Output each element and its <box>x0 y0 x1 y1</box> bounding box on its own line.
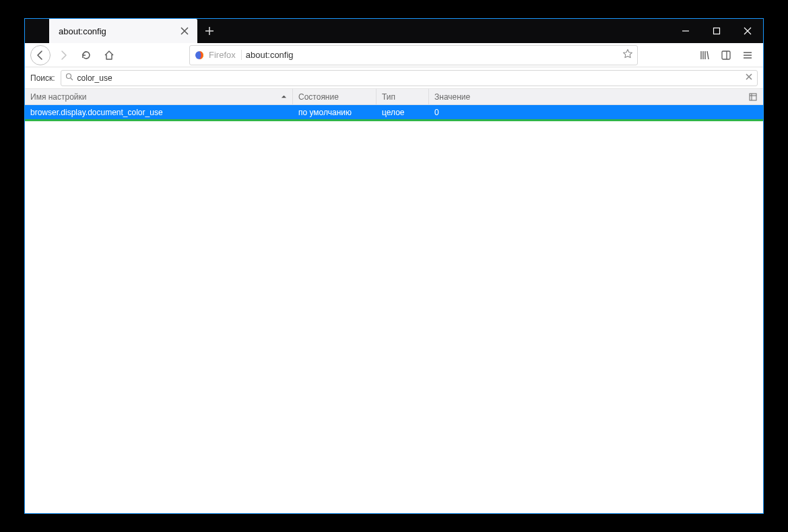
column-picker-icon[interactable] <box>747 89 759 104</box>
library-icon[interactable] <box>694 45 715 65</box>
search-row: Поиск: color_use <box>25 67 763 89</box>
cell-state: по умолчанию <box>293 105 376 119</box>
svg-point-3 <box>66 74 71 79</box>
svg-rect-2 <box>722 51 730 59</box>
window-controls <box>670 19 763 43</box>
back-button[interactable] <box>30 45 51 65</box>
bookmark-star-icon[interactable] <box>622 48 633 61</box>
url-identity: Firefox <box>209 50 242 60</box>
sort-asc-icon <box>281 92 287 102</box>
table-header: Имя настройки Состояние Тип Значение <box>25 89 763 105</box>
forward-button <box>53 45 73 65</box>
cell-value: 0 <box>429 105 763 119</box>
firefox-icon <box>194 50 205 61</box>
url-text: about:config <box>246 50 618 60</box>
svg-rect-0 <box>714 28 720 34</box>
search-value: color_use <box>77 73 112 83</box>
table-body: browser.display.document_color_use по ум… <box>25 105 763 513</box>
titlebar: about:config <box>25 19 763 43</box>
search-input[interactable]: color_use <box>61 70 758 86</box>
svg-rect-4 <box>750 94 756 100</box>
tab-title: about:config <box>59 26 178 36</box>
table-row[interactable]: browser.display.document_color_use по ум… <box>25 105 763 121</box>
column-header-name[interactable]: Имя настройки <box>25 89 293 104</box>
column-header-type[interactable]: Тип <box>376 89 429 104</box>
sidebar-icon[interactable] <box>716 45 736 65</box>
nav-toolbar: Firefox about:config <box>25 43 763 67</box>
tab-active[interactable]: about:config <box>49 19 197 43</box>
cell-type: целое <box>376 105 429 119</box>
url-bar[interactable]: Firefox about:config <box>189 45 638 65</box>
menu-icon[interactable] <box>737 45 758 65</box>
close-tab-icon[interactable] <box>178 25 191 37</box>
clear-search-icon[interactable] <box>745 73 753 83</box>
cell-name: browser.display.document_color_use <box>25 105 293 119</box>
new-tab-button[interactable] <box>197 19 222 43</box>
search-icon <box>65 73 73 83</box>
home-button[interactable] <box>99 45 119 65</box>
toolbar-right <box>694 45 758 65</box>
maximize-button[interactable] <box>701 19 732 43</box>
reload-button[interactable] <box>76 45 96 65</box>
column-header-value[interactable]: Значение <box>429 89 763 104</box>
column-header-state[interactable]: Состояние <box>293 89 376 104</box>
close-window-button[interactable] <box>732 19 763 43</box>
browser-window: about:config <box>24 18 764 514</box>
minimize-button[interactable] <box>670 19 701 43</box>
search-label: Поиск: <box>30 73 55 83</box>
